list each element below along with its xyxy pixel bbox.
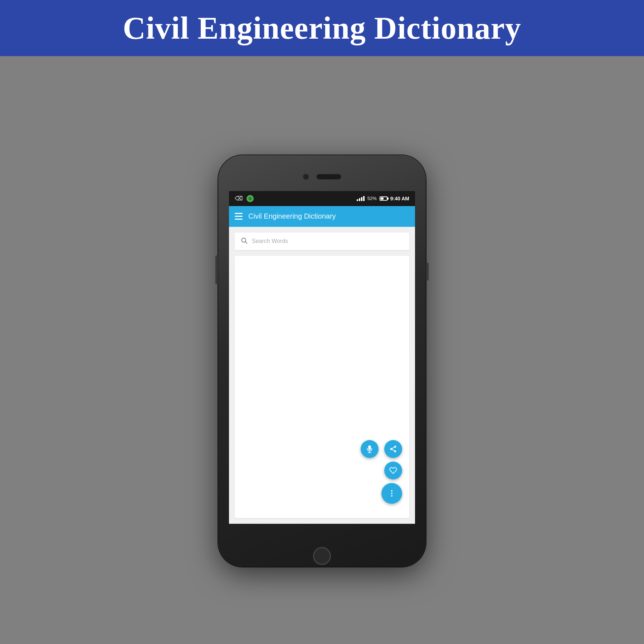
fab-row-top <box>361 440 402 458</box>
svg-point-6 <box>394 450 396 452</box>
more-options-fab-button[interactable] <box>381 483 402 504</box>
svg-line-1 <box>245 241 247 243</box>
fab-row-bottom <box>381 483 402 504</box>
notification-icon <box>247 195 254 202</box>
favorite-fab-button[interactable] <box>384 462 402 479</box>
fab-row-middle <box>384 462 402 479</box>
hamburger-line-2 <box>235 216 243 217</box>
mic-fab-button[interactable] <box>361 440 379 458</box>
phone-wrapper: ⌫ 52% 9:40 AM <box>218 78 426 644</box>
battery-fill <box>381 197 384 200</box>
content-box <box>235 256 409 518</box>
svg-point-4 <box>394 445 396 448</box>
status-left: ⌫ <box>235 195 254 202</box>
status-right: 52% 9:40 AM <box>357 196 409 201</box>
signal-icon <box>357 196 365 201</box>
search-input[interactable]: Search Words <box>252 238 404 244</box>
search-icon <box>240 237 248 246</box>
signal-bar-2 <box>359 198 360 201</box>
battery-percent: 52% <box>367 196 377 201</box>
svg-line-7 <box>392 449 394 451</box>
status-bar: ⌫ 52% 9:40 AM <box>229 191 415 206</box>
toolbar-title: Civil Engineering Dictionary <box>248 212 336 220</box>
battery-icon <box>380 196 387 201</box>
svg-point-11 <box>391 495 392 497</box>
svg-point-9 <box>391 490 392 492</box>
phone-device: ⌫ 52% 9:40 AM <box>218 155 426 567</box>
phone-top <box>218 155 426 191</box>
hamburger-line-1 <box>235 213 243 214</box>
status-time: 9:40 AM <box>390 196 409 201</box>
hamburger-menu-icon[interactable] <box>235 213 243 220</box>
volume-button <box>215 255 218 284</box>
app-content: Search Words <box>229 227 415 524</box>
signal-bar-3 <box>361 197 362 201</box>
front-camera <box>303 174 309 180</box>
power-button <box>426 263 429 280</box>
svg-line-8 <box>392 447 394 448</box>
banner-title: Civil Engineering Dictionary <box>123 10 521 46</box>
speaker <box>316 174 341 180</box>
share-fab-button[interactable] <box>384 440 402 458</box>
phone-bottom <box>218 545 426 567</box>
search-bar[interactable]: Search Words <box>235 233 409 250</box>
hamburger-line-3 <box>235 219 243 220</box>
signal-bar-4 <box>363 196 365 201</box>
signal-bar-1 <box>357 199 358 201</box>
svg-point-5 <box>390 448 392 450</box>
phone-screen: ⌫ 52% 9:40 AM <box>229 191 415 524</box>
circle-inner <box>248 197 252 200</box>
usb-icon: ⌫ <box>235 195 243 202</box>
app-toolbar: Civil Engineering Dictionary <box>229 206 415 227</box>
svg-point-10 <box>391 493 392 494</box>
fab-container <box>361 440 402 507</box>
home-button[interactable] <box>313 547 331 565</box>
top-banner: Civil Engineering Dictionary <box>0 0 644 56</box>
